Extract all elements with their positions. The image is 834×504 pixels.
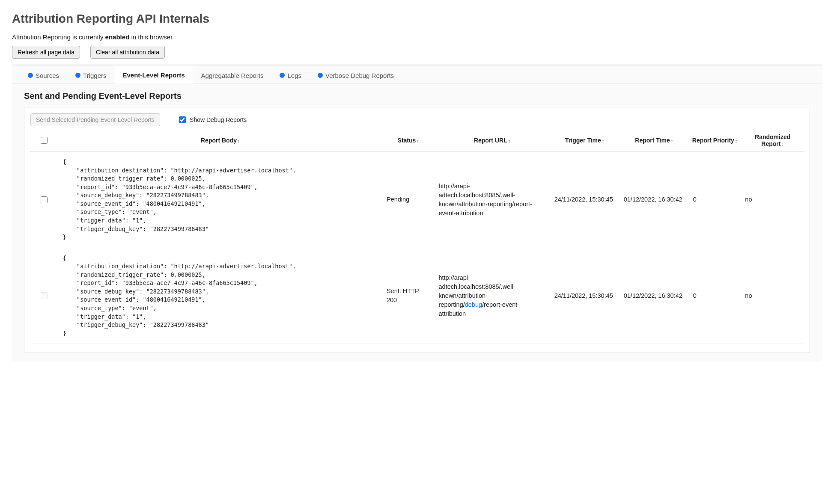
sort-icon: ↕ [735,138,738,143]
status-cell: Sent: HTTP 200 [382,248,435,344]
tab-label: Verbose Debug Reports [325,72,394,79]
tab-aggregatable-reports[interactable]: Aggregatable Reports [193,66,272,83]
tab-triggers[interactable]: Triggers [67,66,114,83]
tabs: SourcesTriggersEvent-Level ReportsAggreg… [12,65,822,83]
report-body: { "attribution_destination": "http://ara… [63,254,378,338]
col-report-priority[interactable]: Report Priority↕ [689,129,741,152]
tab-verbose-debug-reports[interactable]: Verbose Debug Reports [310,66,402,83]
status-cell: Pending [382,152,435,248]
sort-icon: ↕ [671,138,673,143]
tab-logs[interactable]: Logs [271,66,310,83]
col-status[interactable]: Status↕ [382,129,435,152]
status-suffix: in this browser. [129,33,174,41]
tab-label: Aggregatable Reports [201,72,264,79]
randomized-cell: no [741,248,804,344]
show-debug-checkbox[interactable] [179,116,186,123]
col-report-body[interactable]: Report Body↕ [59,129,382,152]
tab-label: Sources [36,72,59,79]
tab-sources[interactable]: Sources [20,66,67,83]
status-line: Attribution Reporting is currently enabl… [12,33,822,41]
reports-panel: Send Selected Pending Event-Level Report… [24,107,810,353]
table-row: { "attribution_destination": "http://ara… [30,248,804,344]
priority-cell: 0 [689,152,741,248]
tab-dot-icon [318,73,323,78]
select-all-checkbox[interactable] [41,137,48,144]
page-title: Attribution Reporting API Internals [12,12,822,26]
section-title: Sent and Pending Event-Level Reports [24,91,822,101]
url-debug-segment: debug [465,301,482,308]
reports-table: Report Body↕ Status↕ Report URL↕ Trigger… [30,129,804,344]
refresh-button[interactable]: Refresh all page data [12,46,80,59]
col-trigger-time[interactable]: Trigger Time↕ [550,129,620,152]
table-row: { "attribution_destination": "http://ara… [30,152,804,248]
sort-icon: ↕ [417,138,419,143]
report-url-cell: http://arapi-adtech.localhost:8085/.well… [435,152,550,248]
randomized-cell: no [741,152,804,248]
status-value: enabled [105,33,130,41]
clear-button[interactable]: Clear all attribution data [90,46,165,59]
trigger-time-cell: 24/11/2022, 15:30:45 [550,152,620,248]
col-report-time[interactable]: Report Time↕ [620,129,689,152]
row-select-checkbox[interactable] [41,196,48,203]
col-randomized-report[interactable]: Randomized Report↕ [741,129,804,152]
tab-dot-icon [280,73,285,78]
sort-icon: ↕ [781,142,784,147]
priority-cell: 0 [689,248,741,344]
show-debug-label: Show Debug Reports [190,116,247,123]
report-time-cell: 01/12/2022, 16:30:42 [620,248,689,344]
report-time-cell: 01/12/2022, 16:30:42 [620,152,689,248]
tab-event-level-reports[interactable]: Event-Level Reports [115,66,193,83]
tab-label: Event-Level Reports [123,71,185,79]
row-select-checkbox [41,292,48,299]
report-url-cell: http://arapi-adtech.localhost:8085/.well… [435,248,550,344]
report-body: { "attribution_destination": "http://ara… [63,158,378,242]
tab-dot-icon [28,73,33,78]
sort-icon: ↕ [238,138,240,143]
col-select [30,129,59,152]
sort-icon: ↕ [508,138,511,143]
sort-icon: ↕ [602,138,605,143]
show-debug-toggle[interactable]: Show Debug Reports [177,115,247,125]
trigger-time-cell: 24/11/2022, 15:30:45 [550,248,620,344]
tab-dot-icon [75,73,80,78]
tab-label: Logs [287,72,301,79]
status-prefix: Attribution Reporting is currently [12,33,105,41]
col-report-url[interactable]: Report URL↕ [435,129,550,152]
send-selected-button[interactable]: Send Selected Pending Event-Level Report… [30,113,160,126]
tab-label: Triggers [83,72,106,79]
